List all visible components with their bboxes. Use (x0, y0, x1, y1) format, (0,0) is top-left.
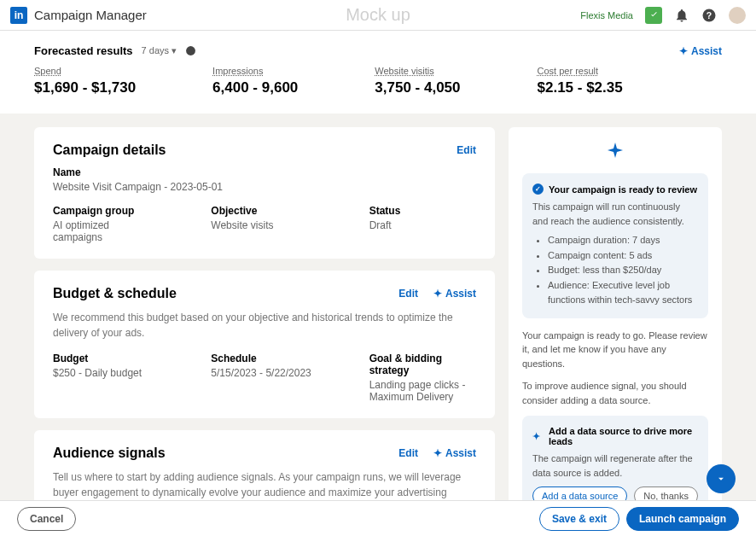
app-title: Campaign Manager (34, 8, 147, 22)
forecast-title: Forecasted results (34, 44, 133, 57)
mockup-watermark: Mock up (346, 5, 410, 25)
chat-fab[interactable] (707, 464, 736, 493)
account-name[interactable]: Flexis Media (580, 10, 633, 20)
linkedin-logo: in (10, 7, 27, 24)
audience-title: Audience signals (53, 446, 166, 461)
cancel-button[interactable]: Cancel (17, 507, 76, 531)
ready-message: ✓Your campaign is ready to review This c… (522, 173, 708, 318)
assist-audience-button[interactable]: ✦ Assist (433, 447, 476, 459)
bell-icon[interactable] (674, 8, 689, 23)
svg-point-2 (186, 46, 195, 55)
assist-button[interactable]: ✦ Assist (679, 45, 722, 57)
footer-bar: Cancel Save & exit Launch campaign (0, 500, 756, 536)
metric-cpr: Cost per result$2.15 - $2.35 (538, 66, 623, 96)
edit-audience-button[interactable]: Edit (398, 447, 418, 459)
forecast-range[interactable]: 7 days ▾ (142, 45, 177, 56)
chat-text: Your campaign is ready to go. Please rev… (522, 329, 708, 371)
info-icon[interactable] (185, 45, 196, 56)
forecast-panel: Forecasted results 7 days ▾ ✦ Assist Spe… (0, 31, 756, 114)
metric-visits: Website visitis3,750 - 4,050 (375, 66, 460, 96)
assist-budget-button[interactable]: ✦ Assist (433, 288, 476, 300)
edit-budget-button[interactable]: Edit (398, 288, 418, 300)
top-bar: in Campaign Manager Mock up Flexis Media… (0, 0, 756, 31)
edit-details-button[interactable]: Edit (457, 144, 476, 156)
lightbulb-icon: ✦ (532, 431, 540, 442)
name-label: Name (53, 166, 476, 178)
budget-card: Budget & schedule Edit ✦ Assist We recom… (34, 271, 495, 418)
save-exit-button[interactable]: Save & exit (539, 507, 619, 531)
sparkle-icon (605, 141, 625, 161)
chat-text: To improve audience signal, you should c… (522, 379, 708, 407)
svg-text:?: ? (707, 9, 712, 20)
budget-title: Budget & schedule (53, 286, 177, 301)
account-badge-icon[interactable] (645, 7, 662, 24)
campaign-details-card: Campaign details Edit Name Website Visit… (34, 127, 495, 259)
name-value: Website Visit Campaign - 2023-05-01 (53, 181, 476, 193)
avatar[interactable] (729, 7, 746, 24)
budget-desc: We recommend this budget based on your o… (53, 310, 476, 341)
metric-impressions: Impressions6,400 - 9,600 (212, 66, 298, 96)
metric-spend: Spend$1,690 - $1,730 (34, 66, 136, 96)
assistant-panel: ✓Your campaign is ready to review This c… (509, 127, 722, 536)
launch-campaign-button[interactable]: Launch campaign (626, 507, 739, 531)
details-title: Campaign details (53, 143, 166, 158)
help-icon[interactable]: ? (701, 8, 717, 23)
check-icon: ✓ (532, 184, 544, 195)
